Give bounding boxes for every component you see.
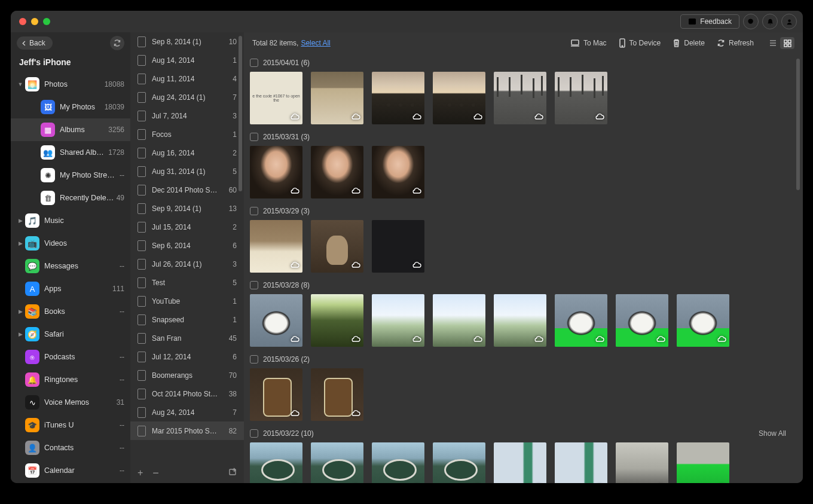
scrollbar[interactable]	[239, 36, 242, 191]
photo-thumbnail[interactable]	[616, 294, 668, 347]
sidebar-item-videos[interactable]: ▶📺Videos	[11, 232, 130, 255]
chevron-right-icon[interactable]: ▶	[17, 240, 24, 246]
feedback-button[interactable]: Feedback	[680, 14, 739, 29]
album-item[interactable]: San Fran45	[130, 329, 244, 347]
photo-thumbnail[interactable]	[372, 294, 424, 347]
delete-button[interactable]: Delete	[668, 36, 710, 50]
chevron-right-icon[interactable]: ▶	[17, 331, 24, 337]
photo-thumbnail[interactable]	[311, 368, 363, 421]
photo-thumbnail[interactable]	[372, 220, 424, 273]
sidebar-item-my-photo-stream[interactable]: ✺My Photo Stream--	[11, 164, 130, 187]
chevron-right-icon[interactable]: ▶	[17, 308, 24, 314]
photo-thumbnail[interactable]: e the code #1067 to open the	[250, 72, 302, 124]
bell-icon[interactable]	[762, 14, 778, 29]
sidebar-item-contacts[interactable]: 👤Contacts--	[11, 436, 130, 459]
photo-thumbnail[interactable]	[372, 72, 424, 124]
group-checkbox[interactable]	[250, 133, 258, 141]
album-item[interactable]: Aug 24, 20147	[130, 403, 244, 421]
photo-thumbnail[interactable]	[250, 146, 302, 198]
photo-thumbnail[interactable]	[372, 442, 424, 483]
album-item[interactable]: Jul 12, 20146	[130, 347, 244, 366]
photo-thumbnail[interactable]	[250, 294, 302, 347]
group-checkbox[interactable]	[250, 281, 258, 289]
photo-thumbnail[interactable]	[311, 294, 363, 347]
add-album-icon[interactable]: +	[137, 468, 143, 478]
sidebar-item-voice-memos[interactable]: ∿Voice Memos31	[11, 391, 130, 414]
album-item[interactable]: Snapseed1	[130, 310, 244, 329]
chevron-right-icon[interactable]: ▶	[17, 218, 24, 224]
photo-thumbnail[interactable]	[677, 442, 729, 483]
photo-thumbnail[interactable]	[311, 72, 363, 124]
list-view-icon[interactable]	[766, 37, 780, 49]
select-all-link[interactable]: Select All	[301, 39, 330, 47]
photo-thumbnail[interactable]	[250, 442, 302, 483]
search-icon[interactable]	[743, 14, 759, 29]
photo-thumbnail[interactable]	[616, 442, 668, 483]
chevron-down-icon[interactable]: ▼	[17, 81, 24, 87]
grid-view-icon[interactable]	[780, 37, 794, 49]
sidebar-item-ringtones[interactable]: 🔔Ringtones--	[11, 368, 130, 391]
album-item[interactable]: Oct 2014 Photo St…38	[130, 384, 244, 403]
album-item[interactable]: Focos1	[130, 125, 244, 143]
photo-thumbnail[interactable]	[433, 72, 485, 124]
sidebar-item-apps[interactable]: AApps111	[11, 277, 130, 300]
photo-thumbnail[interactable]	[494, 294, 546, 347]
sidebar-item-messages[interactable]: 💬Messages--	[11, 255, 130, 277]
album-item[interactable]: Sep 9, 2014 (1)13	[130, 199, 244, 218]
photo-thumbnail[interactable]	[555, 72, 607, 124]
album-item[interactable]: Mar 2015 Photo S…82	[130, 421, 244, 440]
sync-icon[interactable]	[110, 36, 124, 50]
album-item[interactable]: Sep 6, 20146	[130, 236, 244, 255]
photo-thumbnail[interactable]	[494, 72, 546, 124]
sidebar-item-podcasts[interactable]: ⍟Podcasts--	[11, 346, 130, 368]
photo-thumbnail[interactable]	[250, 368, 302, 421]
album-item[interactable]: Sep 8, 2014 (1)10	[130, 32, 244, 51]
photo-thumbnail[interactable]	[494, 442, 546, 483]
album-item[interactable]: Boomerangs70	[130, 366, 244, 384]
group-checkbox[interactable]	[250, 207, 258, 215]
remove-album-icon[interactable]: −	[152, 467, 159, 479]
sidebar-item-books[interactable]: ▶📚Books--	[11, 300, 130, 323]
album-item[interactable]: Dec 2014 Photo S…60	[130, 181, 244, 199]
back-button[interactable]: Back	[17, 36, 53, 50]
show-all-link[interactable]: Show All	[759, 429, 786, 438]
sidebar-item-my-photos[interactable]: 🖼My Photos18039	[11, 96, 130, 118]
album-item[interactable]: Jul 26, 2014 (1)3	[130, 255, 244, 273]
close-icon[interactable]	[19, 18, 26, 25]
sidebar-item-shared-albums[interactable]: 👥Shared Albums1728	[11, 141, 130, 164]
group-checkbox[interactable]	[250, 355, 258, 364]
photo-thumbnail[interactable]	[311, 220, 363, 273]
to-mac-button[interactable]: To Mac	[566, 36, 612, 50]
export-icon[interactable]	[228, 468, 237, 478]
photo-thumbnail[interactable]	[433, 442, 485, 483]
album-item[interactable]: Aug 16, 20142	[130, 143, 244, 162]
photo-thumbnail[interactable]	[677, 294, 729, 347]
album-item[interactable]: Aug 31, 2014 (1)5	[130, 162, 244, 181]
album-item[interactable]: Aug 24, 2014 (1)7	[130, 88, 244, 106]
photo-thumbnail[interactable]	[311, 442, 363, 483]
photo-thumbnail[interactable]	[250, 220, 302, 273]
sidebar-item-safari[interactable]: ▶🧭Safari	[11, 323, 130, 346]
refresh-button[interactable]: Refresh	[712, 36, 759, 50]
sidebar-item-calendar[interactable]: 📅Calendar--	[11, 459, 130, 482]
sidebar-item-music[interactable]: ▶🎵Music	[11, 209, 130, 232]
user-icon[interactable]	[781, 14, 797, 29]
photo-thumbnail[interactable]	[555, 442, 607, 483]
scrollbar[interactable]	[796, 59, 800, 190]
album-item[interactable]: Aug 14, 20141	[130, 51, 244, 69]
group-checkbox[interactable]	[250, 429, 258, 438]
album-item[interactable]: Test5	[130, 273, 244, 292]
photo-thumbnail[interactable]	[311, 146, 363, 198]
album-item[interactable]: YouTube1	[130, 292, 244, 310]
fullscreen-icon[interactable]	[43, 18, 50, 25]
album-item[interactable]: Aug 11, 20144	[130, 69, 244, 88]
to-device-button[interactable]: To Device	[614, 36, 666, 50]
group-checkbox[interactable]	[250, 59, 258, 67]
minimize-icon[interactable]	[31, 18, 38, 25]
album-item[interactable]: Jul 7, 20143	[130, 106, 244, 125]
photo-thumbnail[interactable]	[433, 294, 485, 347]
photo-thumbnail[interactable]	[555, 294, 607, 347]
photo-thumbnail[interactable]	[372, 146, 424, 198]
sidebar-item-photos[interactable]: ▼🌅Photos18088	[11, 73, 130, 96]
album-item[interactable]: Jul 15, 20142	[130, 218, 244, 236]
